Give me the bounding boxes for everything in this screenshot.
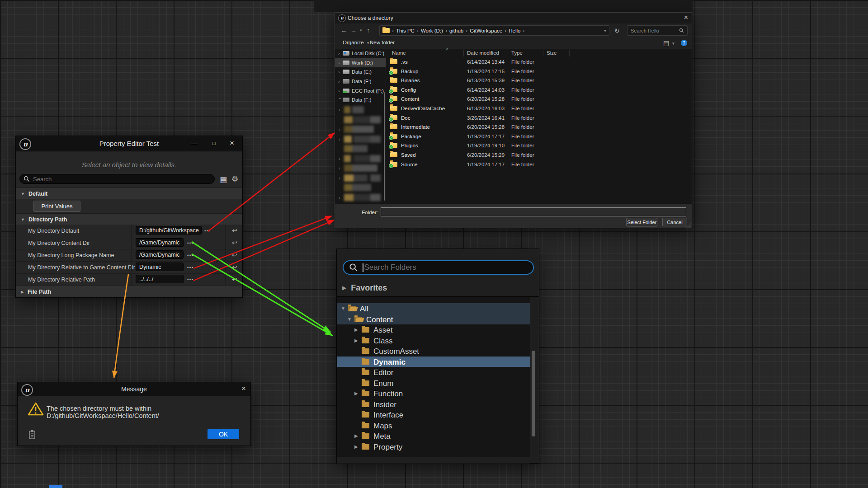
tree-expand-icon[interactable]: ▶	[354, 433, 358, 438]
print-values-button[interactable]: Print Values	[33, 201, 80, 212]
tree-expand-icon[interactable]: ▼	[341, 306, 345, 311]
sidebar-item[interactable]: ›Data (F:)	[335, 95, 386, 105]
tree-row-insider[interactable]: Insider	[337, 399, 530, 410]
breadcrumb-item[interactable]: Hello	[509, 28, 520, 33]
browse-ellipsis-button[interactable]: …	[187, 237, 194, 245]
tree-scrollbar-thumb[interactable]	[532, 351, 535, 436]
column-separator[interactable]	[508, 50, 508, 56]
tree-row-enum[interactable]: Enum	[337, 378, 530, 389]
property-value-field[interactable]: /Game/Dynamic	[136, 238, 184, 247]
help-icon[interactable]: ?	[681, 40, 687, 46]
breadcrumb-item[interactable]: Work (D:)	[421, 28, 443, 33]
column-size[interactable]: Size	[547, 50, 557, 56]
favorites-section[interactable]: ▶ Favorites	[337, 280, 539, 296]
file-row[interactable]: Saved6/20/2024 15:29File folder	[386, 150, 692, 160]
search-input[interactable]: Search Hello	[627, 25, 688, 36]
expand-chevron-icon[interactable]: ›	[338, 60, 343, 66]
reset-to-default-button[interactable]: ↩	[232, 263, 237, 271]
breadcrumb-item[interactable]: This PC	[396, 28, 415, 33]
file-row[interactable]: ✓Plugins1/19/2024 19:10File folder	[386, 141, 692, 150]
section-directory-path[interactable]: ▼ Directory Path	[16, 213, 242, 225]
copy-to-clipboard-icon[interactable]	[28, 430, 36, 440]
breadcrumb[interactable]: ›This PC›Work (D:)›github›GitWorkspace›H…	[379, 25, 609, 36]
browse-ellipsis-button[interactable]: …	[204, 225, 211, 233]
property-value-field[interactable]: ../../../	[136, 275, 184, 283]
sidebar-item[interactable]: ›Work (D:)	[335, 58, 386, 68]
file-row[interactable]: ✓Content6/20/2024 15:28File folder	[386, 94, 692, 104]
file-row[interactable]: Intermediate6/20/2024 15:28File folder	[386, 122, 692, 132]
file-row[interactable]: Binaries6/13/2024 15:39File folder	[386, 76, 692, 85]
display-mode-icon[interactable]: ▦	[220, 175, 227, 184]
reset-to-default-button[interactable]: ↩	[232, 276, 237, 283]
dialog-titlebar[interactable]: u Choose a directory ×	[335, 13, 692, 23]
column-name[interactable]: Name	[392, 50, 406, 56]
sidebar-item[interactable]: ›Data (E:)	[335, 67, 386, 77]
column-date-modified[interactable]: Date modified	[467, 50, 499, 56]
reset-to-default-button[interactable]: ↩	[232, 239, 237, 246]
tree-row-content[interactable]: ▼Content	[337, 314, 530, 325]
up-icon[interactable]: ↑	[367, 27, 370, 34]
tree-row-interface[interactable]: Interface	[337, 409, 530, 420]
close-icon[interactable]: ×	[684, 14, 688, 22]
ok-button[interactable]: OK	[208, 429, 239, 439]
maximize-button[interactable]: □	[209, 139, 218, 148]
breadcrumb-item[interactable]: GitWorkspace	[470, 28, 502, 33]
folder-name-input[interactable]	[381, 207, 686, 216]
select-folder-button[interactable]: Select Folder	[627, 218, 657, 226]
reset-to-default-button[interactable]: ↩	[232, 251, 237, 258]
organize-button[interactable]: Organize ▾	[343, 40, 369, 45]
tree-row-maps[interactable]: Maps	[337, 420, 530, 431]
browse-ellipsis-button[interactable]: …	[187, 249, 194, 257]
address-dropdown-icon[interactable]: ▾	[604, 28, 606, 33]
history-dropdown-icon[interactable]: ▾	[360, 28, 362, 33]
property-value-field[interactable]: Dynamic	[136, 263, 184, 271]
back-icon[interactable]: ←	[341, 27, 347, 34]
file-row[interactable]: ✓Backup1/19/2024 17:15File folder	[386, 67, 692, 76]
expand-chevron-icon[interactable]: ›	[338, 69, 343, 75]
reset-to-default-button[interactable]: ↩	[232, 227, 237, 234]
expand-chevron-icon[interactable]: ›	[338, 51, 343, 56]
browse-ellipsis-button[interactable]: …	[187, 274, 194, 282]
close-icon[interactable]: ×	[241, 384, 246, 393]
column-separator[interactable]	[463, 50, 464, 56]
column-separator[interactable]	[543, 50, 543, 56]
refresh-icon[interactable]: ↻	[614, 27, 620, 34]
gear-icon[interactable]: ⚙	[231, 174, 238, 184]
expand-chevron-icon[interactable]: ›	[338, 79, 343, 84]
tree-row-asset[interactable]: ▶Asset	[337, 324, 530, 335]
file-row[interactable]: DerivedDataCache6/13/2024 16:03File fold…	[386, 104, 692, 113]
view-mode-icon[interactable]: ▤	[663, 39, 669, 47]
sidebar-item[interactable]: ›Data (F:)	[335, 77, 386, 86]
property-value-field[interactable]: /Game/Dynamic	[136, 250, 184, 259]
tree-row-dynamic[interactable]: Dynamic	[337, 357, 530, 367]
tree-expand-icon[interactable]: ▶	[354, 338, 358, 343]
section-file-path[interactable]: ▶ File Path	[16, 286, 242, 297]
close-icon[interactable]: ×	[227, 139, 236, 148]
tree-row-editor[interactable]: Editor	[337, 367, 530, 378]
tree-expand-icon[interactable]: ▶	[354, 327, 358, 332]
tree-expand-icon[interactable]: ▶	[354, 444, 358, 449]
tree-expand-icon[interactable]: ▶	[354, 391, 358, 396]
file-row[interactable]: ✓Package1/19/2024 17:17File folder	[386, 132, 692, 141]
column-type[interactable]: Type	[511, 50, 523, 56]
view-dropdown-icon[interactable]: ▾	[672, 41, 675, 46]
search-input[interactable]: Search	[19, 174, 215, 184]
property-editor-titlebar[interactable]: u Property Editor Test — □ ×	[16, 136, 242, 151]
browse-ellipsis-button[interactable]: …	[187, 262, 194, 269]
tree-scrollbar-track[interactable]	[532, 297, 538, 458]
new-folder-button[interactable]: New folder	[370, 40, 395, 45]
column-separator[interactable]	[569, 50, 570, 56]
file-row[interactable]: ✓Source1/19/2024 17:17File folder	[386, 160, 692, 169]
tree-row-function[interactable]: ▶Function	[337, 388, 530, 399]
file-row[interactable]: ✓Config6/14/2024 14:03File folder	[386, 85, 692, 95]
file-row[interactable]: ✓Doc3/26/2024 16:41File folder	[386, 113, 692, 123]
message-titlebar[interactable]: u Message ×	[18, 382, 250, 396]
tree-row-property[interactable]: ▶Property	[337, 441, 530, 452]
tree-expand-icon[interactable]: ▼	[347, 317, 352, 322]
tree-row-all[interactable]: ▼All	[337, 303, 530, 314]
sidebar-scrollbar[interactable]	[384, 92, 385, 201]
forward-icon[interactable]: →	[350, 27, 357, 34]
tree-row-customasset[interactable]: CustomAsset	[337, 346, 530, 357]
cancel-button[interactable]: Cancel	[662, 218, 687, 226]
section-default[interactable]: ▼ Default	[16, 188, 242, 199]
